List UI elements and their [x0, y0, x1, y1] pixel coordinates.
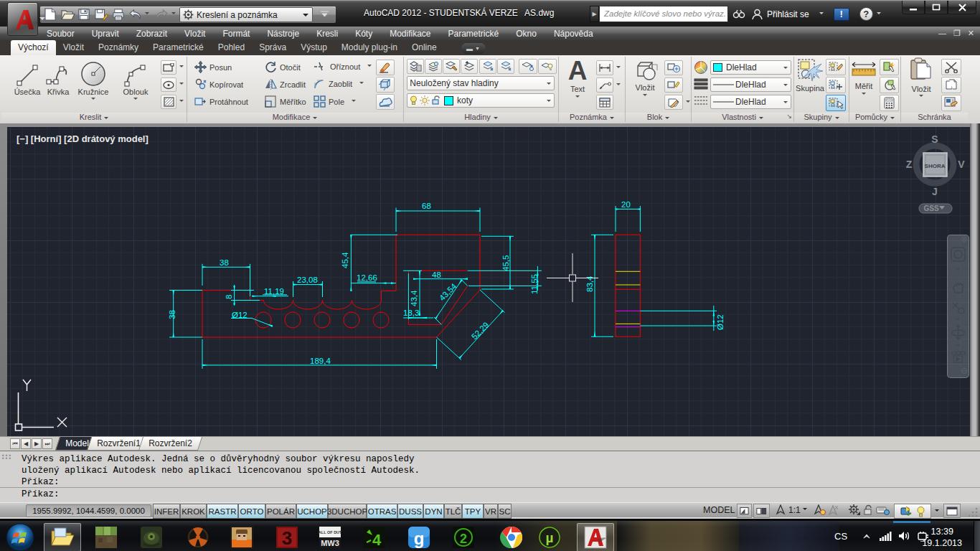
- svg-text:J: J: [932, 186, 938, 197]
- svg-text:GSS: GSS: [923, 204, 938, 212]
- svg-text:µ: µ: [546, 530, 554, 545]
- svg-text:45,4: 45,4: [341, 252, 349, 268]
- svg-text:MW3: MW3: [321, 539, 339, 547]
- svg-text:189,4: 189,4: [310, 357, 331, 365]
- svg-text:3: 3: [282, 527, 292, 549]
- svg-text:48: 48: [432, 270, 441, 279]
- svg-text:g: g: [414, 529, 425, 548]
- svg-text:Z: Z: [906, 159, 913, 170]
- svg-text:CALL OF DUTY: CALL OF DUTY: [318, 530, 342, 534]
- svg-text:38: 38: [220, 258, 229, 267]
- svg-text:23,08: 23,08: [297, 276, 318, 284]
- svg-text:11,55: 11,55: [530, 274, 539, 294]
- svg-text:SHORA: SHORA: [925, 163, 946, 169]
- svg-text:43,4: 43,4: [410, 290, 418, 306]
- svg-text:11,19: 11,19: [264, 287, 284, 296]
- svg-text:68: 68: [422, 202, 431, 210]
- svg-text:2: 2: [460, 532, 467, 546]
- svg-text:12,66: 12,66: [357, 273, 377, 282]
- svg-text:Ø12: Ø12: [716, 314, 725, 330]
- svg-text:V: V: [958, 159, 965, 170]
- svg-text:4: 4: [372, 531, 382, 549]
- svg-text:20: 20: [621, 200, 631, 209]
- svg-text:Ø12: Ø12: [232, 311, 248, 319]
- svg-text:38: 38: [168, 310, 176, 319]
- svg-text:18,3: 18,3: [403, 309, 419, 317]
- svg-text:45,5: 45,5: [501, 255, 510, 271]
- svg-text:8: 8: [225, 295, 233, 299]
- svg-text:S: S: [931, 133, 938, 145]
